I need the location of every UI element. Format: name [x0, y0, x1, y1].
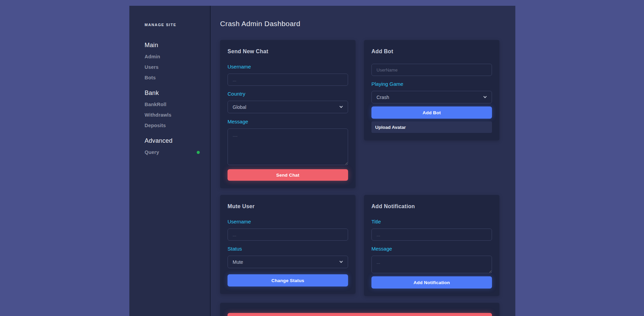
mute-username-label: Username [228, 219, 348, 224]
mute-status-label: Status [228, 246, 348, 252]
send-new-chat-card: Send New Chat Username Country Global Me… [220, 40, 356, 188]
playing-game-label: Playing Game [371, 81, 492, 87]
mute-status-select[interactable]: Mute [228, 256, 348, 268]
online-status-dot-icon [197, 151, 200, 154]
sidebar-section-advanced: Advanced Query [145, 137, 200, 155]
sidebar-item-users[interactable]: Users [145, 64, 200, 70]
chat-username-label: Username [228, 64, 348, 70]
notification-message-textarea[interactable] [371, 256, 492, 273]
add-notification-button[interactable]: Add Notification [371, 276, 492, 289]
page-background: MANAGE SITE Main Admin Users Bots Bank B… [0, 0, 644, 316]
playing-game-select[interactable]: Crash [371, 91, 492, 103]
mute-status-select-wrap: Mute [228, 256, 348, 268]
sidebar-item-deposits[interactable]: Deposits [145, 123, 200, 128]
notification-title-input[interactable] [371, 229, 492, 241]
add-bot-card: Add Bot Playing Game Crash Add Bot Uploa… [364, 40, 499, 140]
manage-site-label: MANAGE SITE [145, 23, 200, 27]
add-notification-title: Add Notification [371, 203, 492, 210]
playing-game-select-wrap: Crash [371, 91, 492, 103]
chat-country-select-wrap: Global [228, 101, 348, 113]
upload-avatar-input[interactable]: Upload Avatar [371, 121, 492, 133]
sidebar-section-title-main: Main [145, 42, 200, 49]
chat-country-label: Country [228, 91, 348, 97]
bot-username-input[interactable] [371, 64, 492, 76]
chat-country-select[interactable]: Global [228, 101, 348, 113]
add-bot-button[interactable]: Add Bot [371, 106, 492, 119]
mute-username-input[interactable] [228, 229, 348, 241]
cards-grid: Send New Chat Username Country Global Me… [220, 40, 515, 316]
send-bulk-button[interactable]: Send Bulk [228, 313, 492, 316]
page-title: Crash Admin Dashboard [220, 20, 515, 28]
sidebar-item-query-label: Query [145, 150, 159, 155]
chat-message-textarea[interactable] [228, 129, 348, 165]
add-notification-card: Add Notification Title Message Add Notif… [364, 195, 499, 296]
add-bot-title: Add Bot [371, 48, 492, 55]
main-content: Crash Admin Dashboard Send New Chat User… [211, 6, 515, 316]
sidebar: MANAGE SITE Main Admin Users Bots Bank B… [129, 6, 211, 316]
sidebar-section-title-bank: Bank [145, 90, 200, 97]
change-status-button[interactable]: Change Status [228, 274, 348, 287]
send-new-chat-title: Send New Chat [228, 48, 348, 55]
send-bulk-card: Send Bulk [220, 303, 499, 316]
chat-username-input[interactable] [228, 74, 348, 86]
notification-title-label: Title [371, 219, 492, 224]
app-panel: MANAGE SITE Main Admin Users Bots Bank B… [129, 6, 515, 316]
sidebar-item-bots[interactable]: Bots [145, 75, 200, 80]
sidebar-item-withdrawls[interactable]: Withdrawls [145, 112, 200, 118]
sidebar-section-title-advanced: Advanced [145, 137, 200, 144]
send-chat-button[interactable]: Send Chat [228, 169, 348, 181]
notification-message-label: Message [371, 246, 492, 252]
sidebar-item-query[interactable]: Query [145, 150, 200, 155]
chat-message-label: Message [228, 119, 348, 124]
mute-user-card: Mute User Username Status Mute Change St… [220, 195, 356, 294]
sidebar-item-admin[interactable]: Admin [145, 54, 200, 59]
sidebar-section-bank: Bank BankRoll Withdrawls Deposits [145, 90, 200, 128]
mute-user-title: Mute User [228, 203, 348, 210]
sidebar-section-main: Main Admin Users Bots [145, 42, 200, 80]
sidebar-item-bankroll[interactable]: BankRoll [145, 102, 200, 107]
